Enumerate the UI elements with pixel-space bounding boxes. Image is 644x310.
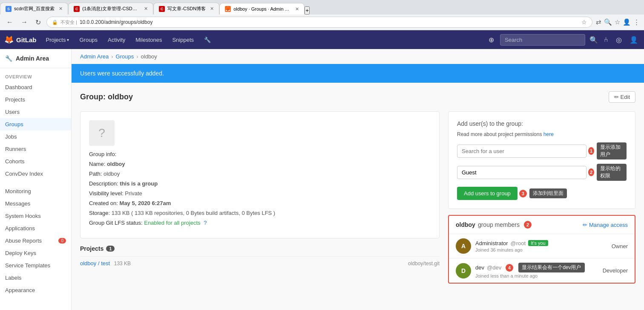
profile-icon[interactable]: 👤 (623, 18, 631, 26)
user-avatar-icon[interactable]: 👤 (628, 34, 640, 46)
edit-button[interactable]: ✏ Edit (609, 91, 635, 103)
tab-close-1[interactable]: ✕ (59, 6, 63, 12)
nav-search-input[interactable] (500, 34, 585, 46)
sidebar-item-dashboard[interactable]: Dashboard (0, 81, 71, 93)
sidebar-item-projects[interactable]: Projects (0, 93, 71, 106)
nav-milestones[interactable]: Milestones (130, 30, 167, 49)
browser-tab-1[interactable]: S scdn官网_百度搜索 ✕ (0, 3, 68, 14)
nav-activity[interactable]: Activity (103, 30, 130, 49)
star-icon[interactable]: ☆ (615, 18, 620, 26)
browser-tab-4[interactable]: 🦊 oldboy · Groups · Admin Area ✕ (219, 3, 305, 14)
sidebar-item-users[interactable]: Users (0, 106, 71, 118)
sidebar-item-labels[interactable]: Labels (0, 272, 71, 284)
tab-favicon-3: C (159, 6, 165, 12)
sidebar-item-system-hooks[interactable]: System Hooks (0, 210, 71, 222)
bookmark-icon[interactable]: ☆ (581, 19, 587, 26)
browser-tab-3[interactable]: C 写文章-CSDN博客 ✕ (153, 3, 219, 14)
sidebar-overview-section: Overview Dashboard Projects Users Groups… (0, 68, 71, 183)
info-section-label: Group info: (89, 151, 116, 157)
right-column: Add user(s) to the group: Read more abou… (448, 111, 635, 284)
browser-right-icons: ⇄ 🔍 ☆ 👤 ⋮ (596, 18, 640, 26)
project-row-0: oldboy / test 133 KB oldboy/test.git (80, 256, 440, 270)
translate-icon[interactable]: ⇄ (596, 18, 601, 26)
member-row-1: D dev @dev 4 显示结果会有一个dev用户 Joined less t… (449, 258, 635, 283)
member-name-row-1: dev @dev 4 显示结果会有一个dev用户 (475, 263, 598, 272)
manage-access-label: Manage access (589, 222, 628, 228)
reload-button[interactable]: ↻ (33, 17, 43, 27)
merge-request-icon[interactable]: ⑃ (602, 34, 610, 45)
sidebar-item-convdev[interactable]: ConvDev Index (0, 168, 71, 180)
created-label: Created on: (89, 200, 118, 206)
sidebar-item-jobs[interactable]: Jobs (0, 130, 71, 143)
zoom-icon[interactable]: 🔍 (604, 18, 612, 26)
sidebar-item-deploy-keys[interactable]: Deploy Keys (0, 247, 71, 259)
abuse-reports-badge: 0 (58, 238, 66, 243)
group-path-row: Path: oldboy (89, 171, 431, 177)
lfs-help-icon[interactable]: ? (204, 220, 207, 226)
sidebar: 🔧 Admin Area Overview Dashboard Projects… (0, 49, 72, 310)
search-user-wrap: 1 显示添加用户 (457, 142, 627, 159)
sidebar-item-groups[interactable]: Groups (0, 118, 71, 130)
role-annotation: Guest Reporter Developer Master Owner 2 … (457, 164, 627, 181)
description-label: Description: (89, 180, 118, 187)
forward-button[interactable]: → (19, 17, 30, 27)
members-count-badge: 2 (524, 221, 532, 229)
add-users-button[interactable]: Add users to group (457, 187, 518, 200)
plus-icon[interactable]: ⊕ (487, 34, 496, 46)
nav-wrench[interactable]: 🔧 (199, 30, 216, 49)
address-box[interactable]: 🔒 不安全 | 10.0.0.200/admin/groups/oldboy ☆ (46, 17, 592, 28)
group-name-row: Name: oldboy (89, 161, 431, 167)
annotation-badge-2: 2 (588, 168, 594, 176)
menu-icon[interactable]: ⋮ (633, 18, 640, 26)
success-banner: Users were successfully added. (72, 64, 644, 83)
breadcrumb-admin-area[interactable]: Admin Area (80, 53, 109, 60)
content-area: Group: oldboy ✏ Edit ? Group info: Nam (72, 83, 644, 292)
jobs-label: Jobs (5, 133, 17, 140)
member-role-1: Developer (603, 267, 628, 274)
add-button-annotation: Add users to group 3 添加到组里面 (457, 187, 627, 200)
projects-count: 1 (106, 246, 115, 252)
sidebar-monitoring-section: Monitoring Messages System Hooks Applica… (0, 183, 71, 299)
members-group-name: oldboy (456, 221, 475, 228)
groups-label: Groups (5, 121, 23, 127)
security-icon: 🔒 (52, 20, 58, 25)
sidebar-item-messages[interactable]: Messages (0, 197, 71, 210)
issues-icon[interactable]: ◎ (614, 34, 624, 46)
tab-close-3[interactable]: ✕ (210, 6, 214, 12)
breadcrumb-groups[interactable]: Groups (116, 53, 134, 60)
sidebar-item-cohorts[interactable]: Cohorts (0, 155, 71, 168)
nav-projects[interactable]: Projects (41, 30, 75, 49)
sidebar-item-service-templates[interactable]: Service Templates (0, 259, 71, 272)
project-link-0[interactable]: oldboy / test (80, 260, 110, 267)
annotation-tooltip-2: 显示给的权限 (597, 164, 627, 181)
sidebar-item-appearance[interactable]: Appearance (0, 284, 71, 296)
member-role-0: Owner (612, 243, 628, 249)
member-avatar-1: D (456, 263, 471, 278)
sidebar-item-monitoring[interactable]: Monitoring (0, 185, 71, 197)
nav-snippets[interactable]: Snippets (167, 30, 199, 49)
tab-close-2[interactable]: ✕ (144, 6, 148, 12)
new-tab-button[interactable]: + (305, 6, 310, 14)
search-user-input[interactable] (457, 145, 586, 158)
projects-header: Projects 1 (80, 245, 440, 252)
back-button[interactable]: ← (4, 17, 15, 27)
browser-tab-2[interactable]: C (1条消息)文章管理-CSDN博客 ✕ (68, 3, 153, 14)
sidebar-item-abuse-reports[interactable]: Abuse Reports 0 (0, 235, 71, 247)
role-select[interactable]: Guest Reporter Developer Master Owner (457, 166, 586, 179)
left-column: ? Group info: Name: oldboy Path: oldboy (80, 111, 440, 284)
deploy-keys-label: Deploy Keys (5, 250, 36, 256)
sidebar-item-applications[interactable]: Applications (0, 222, 71, 235)
system-hooks-label: System Hooks (5, 213, 41, 219)
search-icon[interactable]: 🔍 (589, 36, 598, 44)
projects-label: Projects (5, 96, 25, 103)
member-joined-1: Joined less than a minute ago (475, 273, 598, 278)
tab-favicon-4: 🦊 (225, 6, 231, 12)
manage-access-button[interactable]: ✏ Manage access (583, 222, 628, 228)
runners-label: Runners (5, 146, 26, 152)
sidebar-item-runners[interactable]: Runners (0, 143, 71, 155)
tab-close-4[interactable]: ✕ (295, 6, 299, 12)
gitlab-logo[interactable]: 🦊 GitLab (4, 35, 37, 44)
annotation-tooltip-3: 添加到组里面 (529, 188, 567, 198)
nav-groups[interactable]: Groups (74, 30, 103, 49)
permissions-link[interactable]: here (543, 131, 554, 137)
